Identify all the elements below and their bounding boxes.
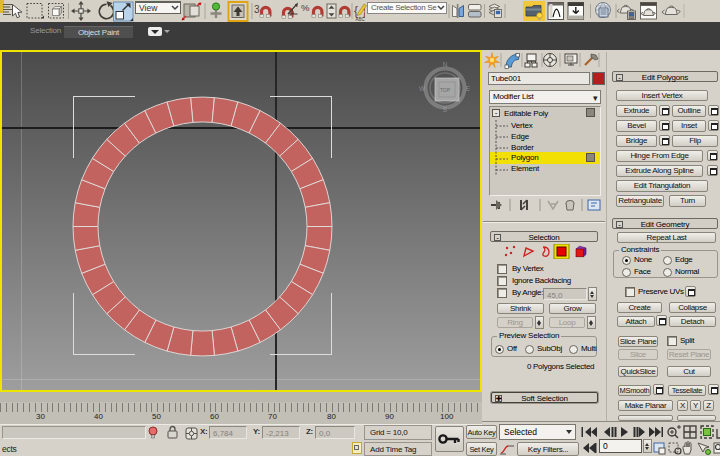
svg-text:TOP: TOP — [440, 87, 451, 93]
svg-text:E: E — [466, 85, 471, 92]
svg-text:W: W — [419, 85, 426, 92]
svg-text:%: % — [301, 2, 310, 13]
svg-text:N: N — [443, 61, 448, 68]
svg-text:ABC: ABC — [356, 17, 366, 22]
svg-text:S: S — [443, 106, 448, 113]
svg-text:3: 3 — [254, 4, 260, 15]
